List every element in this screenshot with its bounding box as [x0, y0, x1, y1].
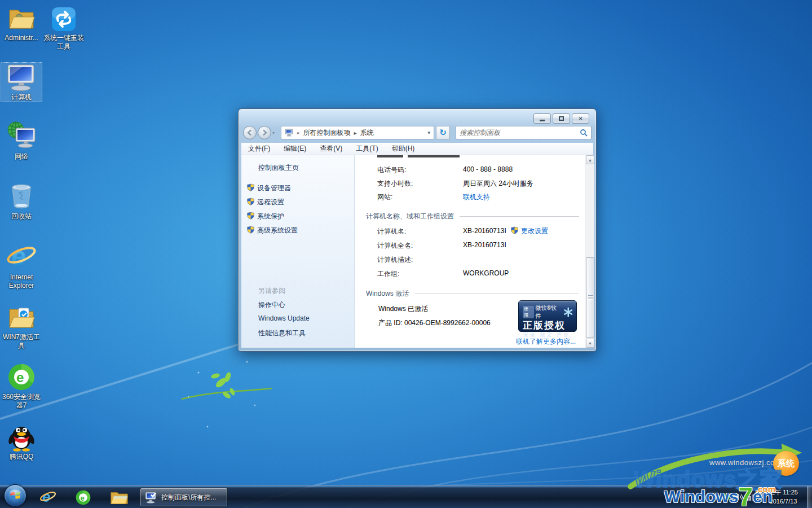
desktop-icon-label: 回收站 — [1, 212, 42, 221]
maximize-button[interactable] — [553, 113, 570, 124]
sidebar-remote-settings[interactable]: 远程设置 — [247, 198, 284, 207]
system-window-icon — [145, 492, 157, 503]
forward-arrow-icon — [261, 129, 268, 136]
show-hidden-icons-button[interactable]: ▲ — [708, 492, 718, 501]
desktop-icon-360-browser[interactable]: e 360安全浏览器7 — [1, 362, 42, 410]
clipped-text-artifact — [408, 155, 460, 157]
svg-text:e: e — [11, 242, 26, 271]
address-bar[interactable]: « 所有控制面板项 ▸ 系统 ▾ — [281, 126, 434, 139]
scrollbar-thumb[interactable] — [586, 257, 594, 338]
reinstall-tool-icon — [43, 3, 85, 33]
menu-file[interactable]: 文件(F) — [248, 144, 270, 154]
breadcrumb-system[interactable]: 系统 — [360, 128, 374, 138]
menu-edit[interactable]: 编辑(E) — [284, 144, 306, 154]
desktop-icon-tencent-qq[interactable]: 腾讯QQ — [1, 422, 42, 461]
tray-network-icon[interactable] — [747, 493, 755, 501]
genuine-star-icon — [563, 307, 573, 317]
minimize-button[interactable] — [533, 113, 551, 124]
workgroup-value: WORKGROUP — [463, 269, 509, 277]
recycle-bin-icon — [1, 182, 42, 211]
svg-text:e: e — [16, 370, 24, 385]
learn-more-online-link[interactable]: 联机了解更多内容... — [516, 337, 576, 347]
desktop-icon-network[interactable]: 网络 — [1, 122, 42, 161]
search-box[interactable] — [456, 126, 592, 139]
taskbar-clock[interactable]: 上午 11:25 2016/7/13 — [759, 488, 807, 506]
breadcrumb-separator-icon: ▸ — [354, 130, 357, 136]
activation-status: Windows 已激活 — [378, 304, 428, 314]
tray-volume-icon[interactable] — [734, 493, 743, 501]
qq-penguin-icon — [1, 422, 42, 452]
scroll-up-button[interactable]: ▲ — [586, 155, 594, 164]
scroll-down-button[interactable]: ▼ — [586, 339, 594, 348]
menu-help[interactable]: 帮助(H) — [392, 144, 415, 154]
desktop-icon-label: Internet Explorer — [1, 273, 42, 290]
taskbar-360-browser[interactable]: e — [73, 488, 92, 506]
breadcrumb-collapse-chevrons[interactable]: « — [297, 130, 300, 136]
change-settings-link[interactable]: 更改设置 — [511, 226, 548, 236]
sidebar-performance-info[interactable]: 性能信息和工具 — [258, 329, 306, 338]
start-button[interactable] — [4, 484, 27, 507]
badge-brand-label: 微软®软件 — [536, 304, 562, 320]
user-folder-icon — [1, 3, 42, 33]
navigation-bar: ▾ « 所有控制面板项 ▸ 系统 ▾ ↻ — [243, 125, 592, 140]
menu-bar: 文件(F) 编辑(E) 查看(V) 工具(T) 帮助(H) — [241, 143, 593, 155]
sidebar-windows-update[interactable]: Windows Update — [258, 314, 310, 322]
sidebar-see-also-heading: 另请参阅 — [258, 286, 285, 296]
taskbar-task-control-panel[interactable]: 控制面板\所有控... — [140, 488, 228, 507]
support-hours-label: 支持小时数: — [377, 179, 413, 189]
watermark-arrow-swoosh — [620, 440, 812, 491]
search-input[interactable] — [460, 129, 580, 137]
full-computer-name-value: XB-20160713I — [463, 241, 506, 249]
desktop-icon-reinstall-tool[interactable]: 系统一键重装工具 — [43, 3, 85, 51]
support-hours-value: 周日至周六 24小时服务 — [463, 179, 533, 189]
clipped-text-artifact — [377, 155, 403, 157]
desktop-icon-administrator[interactable]: Administr... — [1, 3, 42, 42]
sidebar-action-center[interactable]: 操作中心 — [258, 300, 285, 310]
recent-pages-caret-icon[interactable]: ▾ — [272, 130, 275, 135]
system-control-panel-window: ✕ ▾ « 所有控制面板项 ▸ 系统 ▾ ↻ — [238, 108, 597, 352]
phone-row-value: 400 - 888 - 8888 — [463, 165, 513, 173]
desktop-icon-computer[interactable]: 计算机 — [1, 62, 42, 102]
control-panel-icon — [285, 129, 293, 137]
computer-name-section-heading: 计算机名称、域和工作组设置 — [366, 212, 579, 221]
refresh-button[interactable]: ↻ — [436, 126, 450, 139]
genuine-microsoft-badge[interactable]: 使用 微软®软件 正版授权 安全 稳定 声誉 — [518, 300, 577, 332]
search-icon — [580, 129, 588, 137]
menu-tools[interactable]: 工具(T) — [356, 144, 378, 154]
clock-date: 2016/7/13 — [759, 497, 807, 506]
sidebar-control-panel-home[interactable]: 控制面板主页 — [258, 163, 299, 173]
breadcrumb-all-control-panel-items[interactable]: 所有控制面板项 — [303, 128, 351, 138]
computer-name-value: XB-20160713I — [463, 227, 506, 235]
back-button[interactable] — [243, 126, 257, 139]
computer-name-label: 计算机名: — [377, 227, 406, 237]
sidebar-system-protection[interactable]: 系统保护 — [247, 212, 284, 221]
online-support-link[interactable]: 联机支持 — [463, 192, 490, 202]
vertical-scrollbar[interactable]: ▲ ▼ — [585, 155, 594, 348]
task-button-label: 控制面板\所有控... — [161, 493, 216, 502]
taskbar-internet-explorer[interactable]: e — [38, 488, 58, 506]
sidebar: 控制面板主页 设备管理器 远程设置 系统保护 高级系统设置 另请参阅 操作中心 … — [241, 155, 355, 348]
internet-explorer-icon: e — [39, 489, 56, 506]
close-button[interactable]: ✕ — [572, 113, 589, 124]
activation-folder-icon — [1, 303, 42, 332]
menu-view[interactable]: 查看(V) — [320, 144, 342, 154]
sidebar-device-manager[interactable]: 设备管理器 — [247, 183, 291, 193]
address-dropdown-caret-icon[interactable]: ▾ — [427, 130, 430, 135]
workgroup-label: 工作组: — [377, 269, 399, 279]
uac-shield-icon — [247, 226, 254, 234]
desktop-icon-internet-explorer[interactable]: e Internet Explorer — [1, 243, 42, 290]
clock-time: 上午 11:25 — [759, 488, 807, 497]
taskbar-windows-explorer[interactable] — [109, 488, 129, 506]
forward-button[interactable] — [258, 126, 271, 139]
desktop-icon-recycle-bin[interactable]: 回收站 — [1, 182, 42, 221]
desktop-icon-win7-activation[interactable]: WIN7激活工具 — [1, 303, 42, 350]
desktop-icon-label: 腾讯QQ — [1, 453, 42, 461]
sidebar-advanced-system-settings[interactable]: 高级系统设置 — [247, 226, 298, 235]
full-computer-name-label: 计算机全名: — [377, 241, 413, 251]
tray-activation-shield-icon[interactable] — [722, 493, 730, 502]
folder-icon — [110, 489, 129, 506]
product-id: 产品 ID: 00426-OEM-8992662-00006 — [378, 318, 491, 328]
window-body: 控制面板主页 设备管理器 远程设置 系统保护 高级系统设置 另请参阅 操作中心 … — [241, 155, 594, 348]
computer-icon — [1, 63, 42, 92]
show-desktop-button[interactable] — [807, 486, 812, 508]
